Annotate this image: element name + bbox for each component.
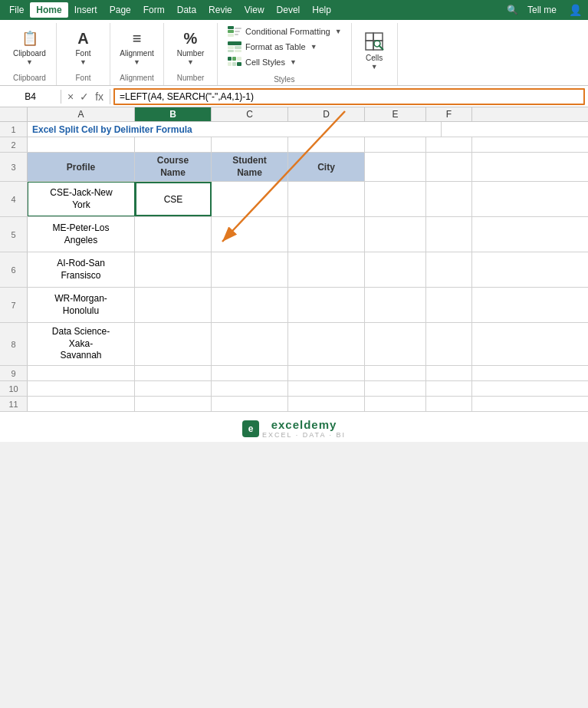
menu-review[interactable]: Revie (202, 2, 238, 18)
clipboard-button[interactable]: 📋 Clipboard ▼ (10, 26, 49, 68)
cell-c5[interactable] (212, 217, 288, 252)
cell-reference-input[interactable] (0, 90, 61, 104)
cell-b2[interactable] (135, 137, 212, 152)
fx-icon[interactable]: fx (94, 89, 105, 104)
col-header-d[interactable]: D (288, 107, 365, 121)
cell-c6[interactable] (212, 252, 288, 287)
cell-d3[interactable]: City (288, 153, 365, 181)
cell-e9[interactable] (365, 366, 426, 380)
menu-insert[interactable]: Insert (68, 2, 103, 18)
cell-e7[interactable] (365, 288, 426, 322)
font-button[interactable]: A Font ▼ (68, 26, 99, 68)
tell-me[interactable]: Tell me (521, 2, 563, 18)
cancel-icon[interactable]: × (66, 89, 75, 104)
col-header-f[interactable]: F (426, 107, 472, 121)
cell-e10[interactable] (365, 381, 426, 396)
svg-rect-9 (228, 50, 234, 52)
cell-b7[interactable] (135, 288, 212, 322)
cell-f7[interactable] (426, 288, 472, 322)
svg-rect-19 (366, 41, 373, 50)
cell-e8[interactable] (365, 323, 426, 365)
cell-c7[interactable] (212, 288, 288, 322)
confirm-icon[interactable]: ✓ (78, 89, 90, 104)
cell-b5[interactable] (135, 217, 212, 252)
cell-c4[interactable] (212, 182, 288, 216)
cell-c8[interactable] (212, 323, 288, 365)
cell-b4[interactable]: CSE (135, 182, 212, 216)
cell-a10[interactable] (28, 381, 135, 396)
cell-e3[interactable] (365, 153, 426, 181)
number-button[interactable]: % Number ▼ (174, 26, 208, 68)
cell-d10[interactable] (288, 381, 365, 396)
cell-b9[interactable] (135, 366, 212, 380)
cell-d5[interactable] (288, 217, 365, 252)
cell-b10[interactable] (135, 381, 212, 396)
format-as-table-button[interactable]: Format as Table ▼ (224, 40, 345, 54)
cell-f6[interactable] (426, 252, 472, 287)
table-row: 8 Data Science-Xaka-Savannah (0, 323, 588, 366)
menu-page[interactable]: Page (103, 2, 137, 18)
cell-e6[interactable] (365, 252, 426, 287)
cell-a3[interactable]: Profile (28, 153, 135, 181)
menu-form[interactable]: Form (137, 2, 171, 18)
cell-b3[interactable]: CourseName (135, 153, 212, 181)
cell-d4[interactable] (288, 182, 365, 216)
cell-e11[interactable] (365, 397, 426, 411)
cell-c9[interactable] (212, 366, 288, 380)
cell-a11[interactable] (28, 397, 135, 411)
cell-a6[interactable]: AI-Rod-SanFransisco (28, 252, 135, 287)
cell-f10[interactable] (426, 381, 472, 396)
cell-e2[interactable] (365, 137, 426, 152)
cell-d6[interactable] (288, 252, 365, 287)
cell-styles-button[interactable]: Cell Styles ▼ (224, 55, 345, 69)
col-header-b[interactable]: B (135, 107, 212, 121)
cell-c10[interactable] (212, 381, 288, 396)
cell-f11[interactable] (426, 397, 472, 411)
menu-help[interactable]: Help (306, 2, 337, 18)
cell-d2[interactable] (288, 137, 365, 152)
menu-data[interactable]: Data (171, 2, 202, 18)
col-header-c[interactable]: C (212, 107, 288, 121)
menu-developer[interactable]: Devel (271, 2, 307, 18)
cell-c11[interactable] (212, 397, 288, 411)
cell-a9[interactable] (28, 366, 135, 380)
cell-c3[interactable]: StudentName (212, 153, 288, 181)
cells-icon-area: Cells ▼ (358, 25, 391, 84)
cell-a4[interactable]: CSE-Jack-NewYork (28, 182, 135, 216)
cell-f5[interactable] (426, 217, 472, 252)
menu-view[interactable]: View (238, 2, 271, 18)
cell-d7[interactable] (288, 288, 365, 322)
title-cell[interactable]: Excel Split Cell by Delimiter Formula (28, 122, 442, 137)
cell-a2[interactable] (28, 137, 135, 152)
cell-f3[interactable] (426, 153, 472, 181)
cell-a5[interactable]: ME-Peter-LosAngeles (28, 217, 135, 252)
menu-file[interactable]: File (3, 2, 30, 18)
cell-e4[interactable] (365, 182, 426, 216)
svg-point-22 (374, 41, 380, 47)
row-num-10: 10 (0, 381, 28, 396)
cell-f4[interactable] (426, 182, 472, 216)
cell-b11[interactable] (135, 397, 212, 411)
cell-d8[interactable] (288, 323, 365, 365)
alignment-button[interactable]: ≡ Alignment ▼ (117, 26, 156, 68)
cell-b6[interactable] (135, 252, 212, 287)
formula-input[interactable] (113, 88, 585, 105)
cells-button[interactable]: Cells ▼ (359, 28, 389, 84)
cell-f2[interactable] (426, 137, 472, 152)
cell-a8[interactable]: Data Science-Xaka-Savannah (28, 323, 135, 365)
conditional-formatting-button[interactable]: Conditional Formatting ▼ (224, 25, 345, 38)
cell-a7[interactable]: WR-Morgan-Honolulu (28, 288, 135, 322)
cell-c2[interactable] (212, 137, 288, 152)
menu-home[interactable]: Home (30, 2, 67, 18)
cell-d9[interactable] (288, 366, 365, 380)
cell-e5[interactable] (365, 217, 426, 252)
cell-f9[interactable] (426, 366, 472, 380)
cell-b8[interactable] (135, 323, 212, 365)
cell-d11[interactable] (288, 397, 365, 411)
svg-rect-6 (228, 41, 241, 45)
col-header-a[interactable]: A (28, 107, 135, 121)
cell-f8[interactable] (426, 323, 472, 365)
user-icon[interactable]: 👤 (566, 4, 585, 16)
search-icon[interactable]: 🔍 (507, 5, 518, 15)
col-header-e[interactable]: E (365, 107, 426, 121)
